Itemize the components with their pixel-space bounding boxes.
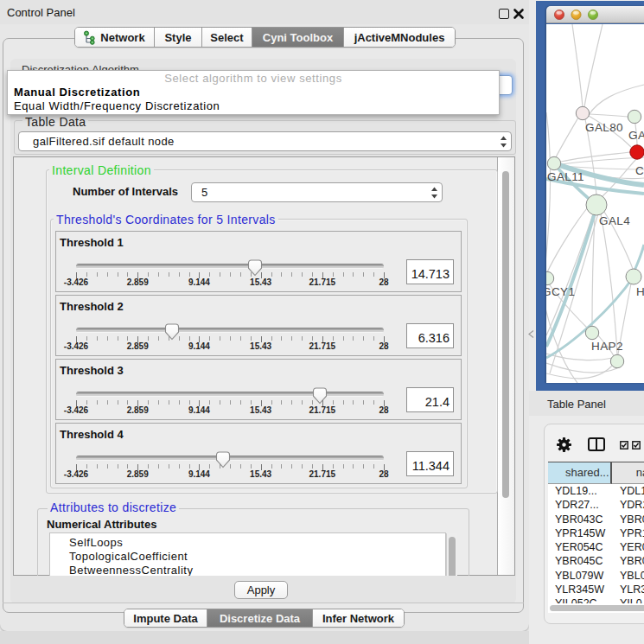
svg-text:H: H xyxy=(636,285,644,298)
svg-text:GCY1: GCY1 xyxy=(546,285,575,298)
svg-text:HAP2: HAP2 xyxy=(591,340,623,353)
svg-text:C: C xyxy=(635,164,644,177)
svg-text:GAL4: GAL4 xyxy=(599,214,630,227)
svg-text:GAL11: GAL11 xyxy=(547,170,584,183)
svg-text:GA: GA xyxy=(628,129,644,142)
svg-text:GAL80: GAL80 xyxy=(585,121,623,134)
